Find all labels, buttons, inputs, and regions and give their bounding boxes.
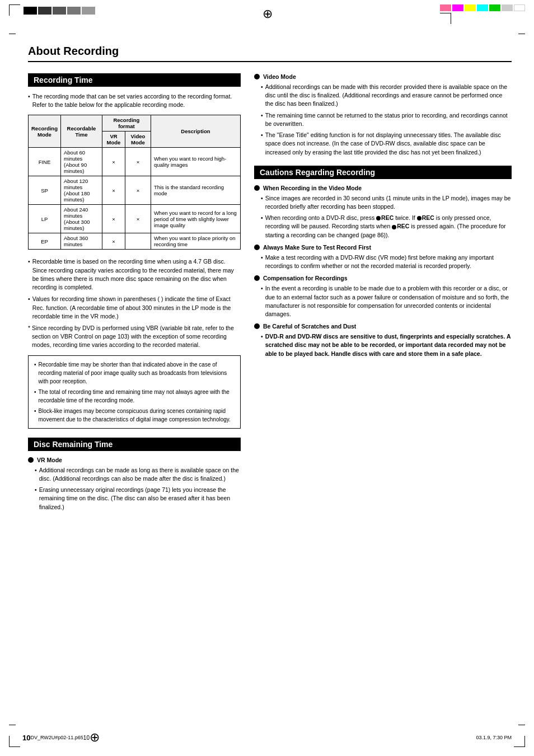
table-cell-desc: When you want to record high-quality ima… bbox=[151, 148, 240, 176]
table-header-video: Video Mode bbox=[125, 132, 151, 148]
table-cell-desc: This is the standard recording mode bbox=[151, 176, 240, 205]
table-header-format: Recording format bbox=[102, 115, 151, 132]
page-number: 10 bbox=[22, 734, 30, 742]
disc-vr-bullet-2: • Erasing unnecessary original recording… bbox=[35, 486, 241, 511]
table-cell-desc: When you want to record for a long perio… bbox=[151, 205, 240, 233]
table-cell-video: × bbox=[125, 205, 151, 233]
table-header-mode: RecordingMode bbox=[29, 115, 61, 148]
table-cell-time: About 60 minutes(About 90 minutes) bbox=[60, 148, 102, 176]
table-row: SP About 120 minutes(About 180 minutes) … bbox=[29, 176, 241, 205]
bottom-left-mark bbox=[9, 725, 16, 725]
circle-bullet-scratches bbox=[254, 323, 260, 329]
note-box: • Recordable time may be shorter than th… bbox=[28, 355, 241, 429]
video-mode-disc-label: Video Mode bbox=[254, 73, 512, 80]
circle-bullet-compensation bbox=[254, 275, 260, 281]
vr-mode-label: VR Mode bbox=[28, 457, 241, 463]
rec-bullet-symbol3 bbox=[392, 225, 396, 229]
cautions-header: Cautions Regarding Recording bbox=[254, 166, 512, 179]
table-cell-desc: When you want to place priority on recor… bbox=[151, 233, 240, 250]
table-cell-mode: SP bbox=[29, 176, 61, 205]
table-cell-mode: EP bbox=[29, 233, 61, 250]
recording-bullet-1: • Recordable time is based on the record… bbox=[28, 257, 241, 292]
when-rec-bullet-1: • Since images are recorded in 30 second… bbox=[261, 194, 512, 211]
recording-table: RecordingMode Recordable Time Recording … bbox=[28, 115, 241, 250]
corner-mark-tr bbox=[440, 13, 451, 24]
circle-bullet-vr bbox=[28, 457, 34, 463]
color-bar bbox=[440, 4, 525, 11]
when-recording-label: When Recording in the Video Mode bbox=[254, 185, 512, 191]
bottom-filename: DV_RW2U#p02-11.p65 bbox=[30, 735, 83, 740]
table-cell-vr: × bbox=[102, 233, 125, 250]
page-title: About Recording bbox=[28, 45, 512, 62]
circle-bullet-video-disc bbox=[254, 74, 260, 79]
left-column: Recording Time • The recording mode that… bbox=[28, 73, 241, 514]
disc-vr-bullet-1: • Additional recordings can be made as l… bbox=[35, 466, 241, 483]
circle-bullet-when-rec bbox=[254, 185, 260, 191]
corner-mark-tl bbox=[9, 4, 20, 16]
table-row: FINE About 60 minutes(About 90 minutes) … bbox=[29, 148, 241, 176]
note-item-2: • The total of recording time and remain… bbox=[34, 388, 235, 405]
table-cell-mode: LP bbox=[29, 205, 61, 233]
recording-time-header: Recording Time bbox=[28, 73, 241, 87]
rec-bullet-symbol bbox=[376, 216, 381, 220]
table-row: LP About 240 minutes(About 300 minutes) … bbox=[29, 205, 241, 233]
left-side-mark bbox=[9, 34, 16, 34]
table-row: EP About 360 minutes × When you want to … bbox=[29, 233, 241, 250]
always-test-label: Always Make Sure to Test Record First bbox=[254, 244, 512, 251]
table-cell-video: × bbox=[125, 176, 151, 205]
scratches-label: Be Careful of Scratches and Dust bbox=[254, 323, 512, 330]
page-content: About Recording Recording Time • The rec… bbox=[0, 34, 534, 537]
recording-bullet-2: • Values for recording time shown in par… bbox=[28, 295, 241, 321]
compensation-label: Compensation for Recordings bbox=[254, 275, 512, 281]
recording-asterisk-note: * Since recording by DVD is performed us… bbox=[28, 324, 241, 350]
video-disc-bullet-3: • The "Erase Title" editing function is … bbox=[261, 131, 512, 157]
table-cell-video bbox=[125, 233, 151, 250]
table-cell-time: About 360 minutes bbox=[60, 233, 102, 250]
recording-time-intro: • The recording mode that can be set var… bbox=[28, 92, 241, 109]
scratches-bullet-1: • DVD-R and DVD-RW discs are sensitive t… bbox=[261, 332, 512, 358]
registration-bar-left bbox=[24, 7, 95, 15]
table-cell-time: About 240 minutes(About 300 minutes) bbox=[60, 205, 102, 233]
rec-bullet-symbol2 bbox=[417, 216, 421, 220]
table-cell-video: × bbox=[125, 148, 151, 176]
top-registration-marks: ⊕ bbox=[0, 0, 534, 34]
bottom-bar: 10 DV_RW2U#p02-11.p65 10 ⊕ 03.1.9, 7:30 … bbox=[0, 730, 534, 745]
table-header-desc: Description bbox=[151, 115, 240, 148]
table-cell-vr: × bbox=[102, 176, 125, 205]
note-item-3: • Block-like images may become conspicuo… bbox=[34, 407, 235, 424]
when-rec-bullet-2: • When recording onto a DVD-R disc, pres… bbox=[261, 214, 512, 240]
table-cell-vr: × bbox=[102, 205, 125, 233]
bottom-date: 03.1.9, 7:30 PM bbox=[476, 735, 512, 740]
right-side-mark bbox=[518, 34, 525, 34]
disc-remaining-header: Disc Remaining Time bbox=[28, 438, 241, 451]
table-header-vr: VR Mode bbox=[102, 132, 125, 148]
two-column-layout: Recording Time • The recording mode that… bbox=[28, 73, 512, 514]
table-header-time: Recordable Time bbox=[60, 115, 102, 148]
note-item-1: • Recordable time may be shorter than th… bbox=[34, 360, 235, 386]
crosshair-top: ⊕ bbox=[263, 7, 273, 21]
table-cell-mode: FINE bbox=[29, 148, 61, 176]
right-column: Video Mode • Additional recordings can b… bbox=[254, 73, 512, 514]
bottom-center-page: 10 bbox=[83, 735, 90, 741]
circle-bullet-test bbox=[254, 245, 260, 250]
bottom-crosshair: ⊕ bbox=[90, 730, 100, 745]
compensation-bullet-1: • In the event a recording is unable to … bbox=[261, 284, 512, 318]
table-cell-vr: × bbox=[102, 148, 125, 176]
table-cell-time: About 120 minutes(About 180 minutes) bbox=[60, 176, 102, 205]
video-disc-bullet-2: • The remaining time cannot be returned … bbox=[261, 111, 512, 128]
bottom-right-mark bbox=[518, 725, 525, 725]
always-test-bullet-1: • Make a test recording with a DVD-RW di… bbox=[261, 253, 512, 270]
video-disc-bullet-1: • Additional recordings can be made with… bbox=[261, 83, 512, 109]
